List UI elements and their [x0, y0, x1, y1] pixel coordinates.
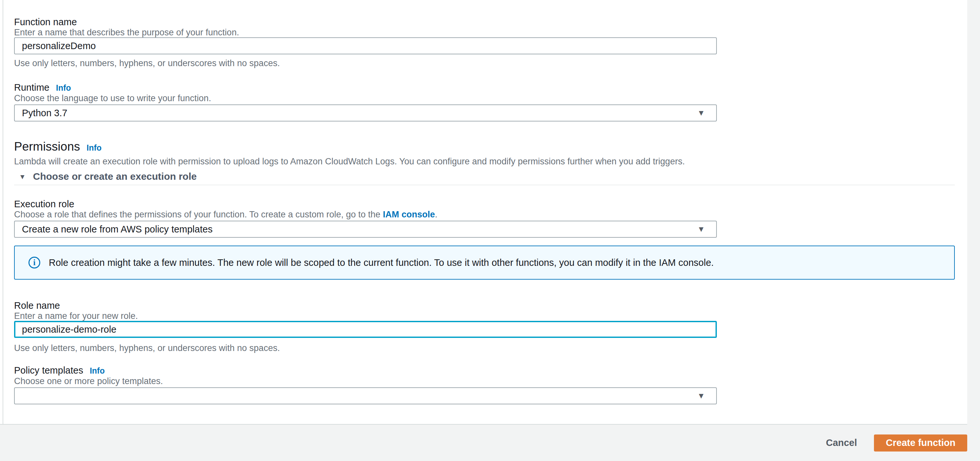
- section-divider: [14, 185, 955, 185]
- runtime-info-link[interactable]: Info: [56, 82, 71, 93]
- execution-role-select[interactable]: Create a new role from AWS policy templa…: [14, 221, 717, 238]
- function-name-label-row: Function name: [14, 0, 955, 27]
- scrollbar-gutter: [967, 0, 980, 461]
- function-name-description: Enter a name that describes the purpose …: [14, 27, 955, 37]
- dropdown-caret-icon: ▼: [697, 225, 705, 233]
- iam-console-link[interactable]: IAM console: [383, 209, 435, 219]
- policy-templates-description: Choose one or more policy templates.: [14, 376, 955, 386]
- expander-caret-icon: ▼: [19, 173, 26, 180]
- execution-role-description-text: Choose a role that defines the permissio…: [14, 209, 383, 219]
- policy-templates-label-row: Policy templates Info: [14, 365, 955, 376]
- form-footer: Cancel Create function: [0, 425, 967, 461]
- create-function-form: Function name Enter a name that describe…: [14, 0, 955, 404]
- function-name-input[interactable]: [14, 37, 717, 54]
- role-creation-alert: i Role creation might take a few minutes…: [14, 246, 955, 280]
- role-name-label-row: Role name: [14, 300, 955, 311]
- role-name-input[interactable]: [14, 321, 717, 338]
- expander-label: Choose or create an execution role: [33, 171, 197, 182]
- policy-templates-label: Policy templates: [14, 365, 83, 376]
- runtime-label-row: Runtime Info: [14, 82, 955, 93]
- function-name-label: Function name: [14, 16, 77, 27]
- permissions-info-link[interactable]: Info: [87, 140, 102, 155]
- cancel-button[interactable]: Cancel: [826, 437, 857, 448]
- runtime-select-value: Python 3.7: [22, 108, 67, 118]
- dropdown-caret-icon: ▼: [697, 109, 705, 117]
- dropdown-caret-icon: ▼: [697, 392, 705, 400]
- function-name-helper: Use only letters, numbers, hyphens, or u…: [14, 58, 955, 68]
- execution-role-select-value: Create a new role from AWS policy templa…: [22, 224, 212, 235]
- role-name-helper: Use only letters, numbers, hyphens, or u…: [14, 343, 955, 353]
- policy-templates-info-link[interactable]: Info: [90, 365, 105, 376]
- create-function-button[interactable]: Create function: [874, 434, 967, 451]
- role-creation-alert-text: Role creation might take a few minutes. …: [49, 257, 714, 268]
- runtime-label: Runtime: [14, 82, 49, 93]
- execution-role-description-period: .: [435, 209, 438, 219]
- execution-role-expander[interactable]: ▼ Choose or create an execution role: [14, 171, 955, 182]
- policy-templates-select[interactable]: ▼: [14, 387, 717, 404]
- runtime-select[interactable]: Python 3.7 ▼: [14, 104, 717, 121]
- info-circle-icon: i: [29, 257, 40, 268]
- role-name-label: Role name: [14, 300, 60, 311]
- permissions-description: Lambda will create an execution role wit…: [14, 156, 955, 166]
- permissions-heading-row: Permissions Info: [14, 139, 955, 155]
- execution-role-label-row: Execution role: [14, 198, 955, 209]
- role-name-description: Enter a name for your new role.: [14, 311, 955, 321]
- permissions-heading: Permissions: [14, 139, 80, 154]
- execution-role-label: Execution role: [14, 198, 74, 209]
- execution-role-description: Choose a role that defines the permissio…: [14, 209, 955, 219]
- panel-left-border: [3, 0, 3, 425]
- runtime-description: Choose the language to use to write your…: [14, 93, 955, 103]
